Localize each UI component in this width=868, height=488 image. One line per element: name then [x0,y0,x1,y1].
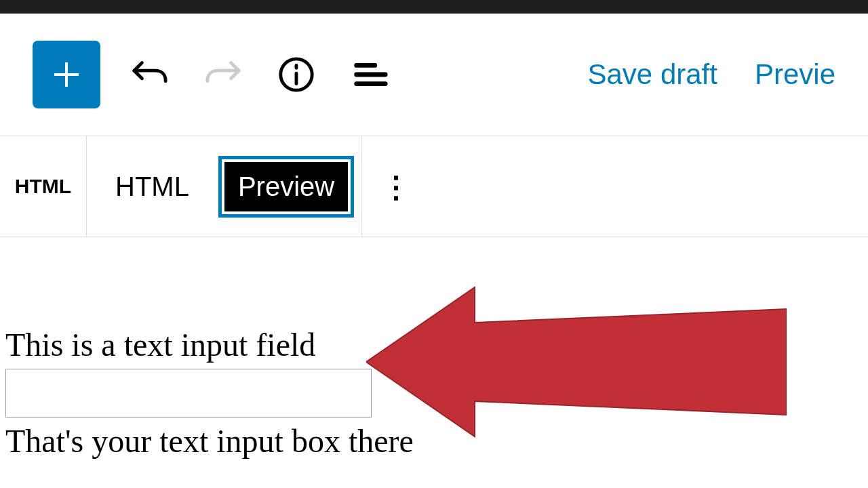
outline-button[interactable] [346,51,393,98]
outline-icon [350,55,389,94]
block-toolbar: HTML HTML Preview ⋮ [0,136,868,237]
block-mode-tabs: HTML Preview [87,136,362,237]
caption-text: That's your text input box there [5,422,868,461]
plus-icon [50,58,83,91]
toolbar-right: Save draft Previe [587,58,835,91]
add-block-button[interactable] [33,41,100,108]
admin-bar [0,0,868,14]
redo-button[interactable] [199,51,247,98]
info-button[interactable] [273,51,320,98]
redo-icon [203,55,243,94]
editor-toolbar: Save draft Previe [0,14,868,136]
block-content: This is a text input field That's your t… [0,237,868,460]
text-input-field[interactable] [5,369,372,418]
tab-html[interactable]: HTML [100,159,204,214]
preview-button[interactable]: Previe [755,58,835,91]
undo-button[interactable] [126,51,174,98]
kebab-icon: ⋮ [381,169,411,204]
block-type-label[interactable]: HTML [0,136,87,237]
save-draft-button[interactable]: Save draft [587,58,717,91]
more-options-button[interactable]: ⋮ [362,136,430,237]
info-icon [277,55,316,94]
toolbar-left [33,41,393,108]
heading-text: This is a text input field [5,325,868,365]
tab-preview[interactable]: Preview [224,162,348,211]
undo-icon [130,55,170,94]
